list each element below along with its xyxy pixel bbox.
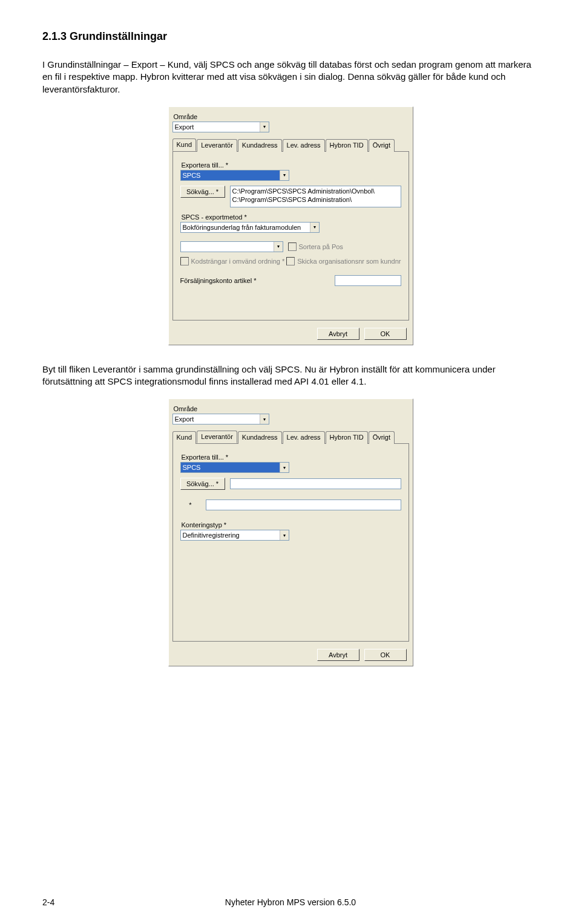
star-input[interactable] bbox=[206, 499, 401, 510]
tab-lev-adress[interactable]: Lev. adress bbox=[283, 431, 325, 444]
forsaljningskonto-input[interactable] bbox=[335, 275, 401, 286]
omrade-label: Område bbox=[174, 405, 409, 412]
tab-body-leverantor: Exportera till... * SPCS ▾ Sökväg... * *… bbox=[172, 444, 409, 642]
tabstrip: Kund Leverantör Kundadress Lev. adress H… bbox=[172, 431, 409, 444]
exportmetod-value: Bokföringsunderlag från fakturamodulen bbox=[183, 224, 301, 231]
sort-checkbox: Sortera på Pos bbox=[288, 242, 343, 251]
export-to-label: Exportera till... * bbox=[182, 454, 401, 461]
chevron-down-icon: ▾ bbox=[280, 171, 289, 180]
checkbox-box-icon bbox=[288, 242, 297, 251]
forsaljningskonto-label: Försäljningskonto artikel * bbox=[180, 277, 257, 284]
paragraph-1: I Grundinställningar – Export – Kund, vä… bbox=[42, 59, 539, 96]
sokvag-line2: C:\Program\SPCS\SPCS Administration\ bbox=[232, 196, 399, 204]
sokvag-button[interactable]: Sökväg... * bbox=[180, 478, 225, 490]
omrade-value: Export bbox=[175, 415, 194, 423]
page-footer: 2-4 Nyheter Hybron MPS version 6.5.0 bbox=[42, 897, 539, 907]
star-label: * bbox=[180, 501, 201, 509]
dialog-buttons: Avbryt OK bbox=[172, 328, 409, 340]
tab-body-kund: Exportera till... * SPCS ▾ Sökväg... * C… bbox=[172, 152, 409, 320]
tab-hybron-tid[interactable]: Hybron TID bbox=[326, 139, 368, 152]
konteringstyp-value: Definitivregistrering bbox=[183, 532, 240, 539]
omrade-combo[interactable]: Export ▾ bbox=[172, 122, 269, 132]
sokvag-input[interactable] bbox=[230, 478, 401, 489]
chevron-down-icon: ▾ bbox=[280, 463, 289, 472]
checkbox-box-icon bbox=[180, 257, 189, 265]
tab-kund[interactable]: Kund bbox=[172, 138, 197, 151]
tab-kundadress[interactable]: Kundadress bbox=[238, 431, 282, 444]
export-to-combo[interactable]: SPCS ▾ bbox=[180, 170, 289, 181]
cancel-button[interactable]: Avbryt bbox=[317, 649, 359, 661]
ok-button[interactable]: OK bbox=[364, 328, 407, 340]
exportmetod-combo[interactable]: Bokföringsunderlag från fakturamodulen ▾ bbox=[180, 222, 320, 233]
skicka-orgnr-checkbox: Skicka organisationsnr som kundnr bbox=[286, 257, 401, 265]
settings-dialog-leverantor: Område Export ▾ Kund Leverantör Kundadre… bbox=[168, 399, 413, 666]
skicka-orgnr-label: Skicka organisationsnr som kundnr bbox=[297, 258, 401, 265]
kodstrangar-label: Kodsträngar i omvänd ordning * bbox=[191, 258, 285, 265]
settings-dialog-kund: Område Export ▾ Kund Leverantör Kundadre… bbox=[168, 106, 413, 345]
tab-leverantor[interactable]: Leverantör bbox=[197, 139, 237, 152]
export-to-value: SPCS bbox=[183, 172, 201, 179]
omrade-label: Område bbox=[174, 113, 409, 120]
chevron-down-icon: ▾ bbox=[260, 414, 269, 424]
section-heading: 2.1.3 Grundinställningar bbox=[42, 30, 539, 43]
konteringstyp-combo[interactable]: Definitivregistrering ▾ bbox=[180, 530, 289, 541]
tab-kund[interactable]: Kund bbox=[172, 431, 197, 444]
sokvag-button[interactable]: Sökväg... * bbox=[180, 186, 225, 198]
exportmetod-label: SPCS - exportmetod * bbox=[182, 213, 401, 221]
export-to-label: Exportera till... * bbox=[182, 161, 401, 169]
ok-button[interactable]: OK bbox=[364, 649, 407, 661]
empty-combo[interactable]: ▾ bbox=[180, 241, 283, 252]
chevron-down-icon: ▾ bbox=[310, 223, 319, 232]
sokvag-line1: C:\Program\SPCS\SPCS Administration\Ovnb… bbox=[232, 187, 399, 196]
tab-ovrigt[interactable]: Övrigt bbox=[369, 139, 395, 152]
dialog-buttons: Avbryt OK bbox=[172, 649, 409, 661]
sort-label: Sortera på Pos bbox=[299, 243, 343, 250]
omrade-value: Export bbox=[175, 123, 194, 131]
footer-title: Nyheter Hybron MPS version 6.5.0 bbox=[42, 897, 539, 907]
export-to-combo[interactable]: SPCS ▾ bbox=[180, 462, 289, 473]
sokvag-paths: C:\Program\SPCS\SPCS Administration\Ovnb… bbox=[230, 186, 401, 207]
chevron-down-icon: ▾ bbox=[274, 242, 283, 252]
tab-ovrigt[interactable]: Övrigt bbox=[369, 431, 395, 444]
cancel-button[interactable]: Avbryt bbox=[317, 328, 359, 340]
tabstrip: Kund Leverantör Kundadress Lev. adress H… bbox=[172, 138, 409, 152]
tab-hybron-tid[interactable]: Hybron TID bbox=[326, 431, 368, 444]
export-to-value: SPCS bbox=[183, 464, 201, 471]
paragraph-2: Byt till fliken Leverantör i samma grund… bbox=[42, 363, 539, 388]
tab-kundadress[interactable]: Kundadress bbox=[238, 139, 282, 152]
chevron-down-icon: ▾ bbox=[260, 122, 269, 132]
omrade-combo[interactable]: Export ▾ bbox=[172, 414, 269, 425]
chevron-down-icon: ▾ bbox=[280, 530, 289, 540]
konteringstyp-label: Konteringstyp * bbox=[182, 521, 401, 529]
kodstrangar-checkbox: Kodsträngar i omvänd ordning * bbox=[180, 257, 285, 265]
tab-leverantor[interactable]: Leverantör bbox=[197, 431, 237, 443]
checkbox-box-icon bbox=[286, 257, 295, 265]
tab-lev-adress[interactable]: Lev. adress bbox=[283, 139, 325, 152]
